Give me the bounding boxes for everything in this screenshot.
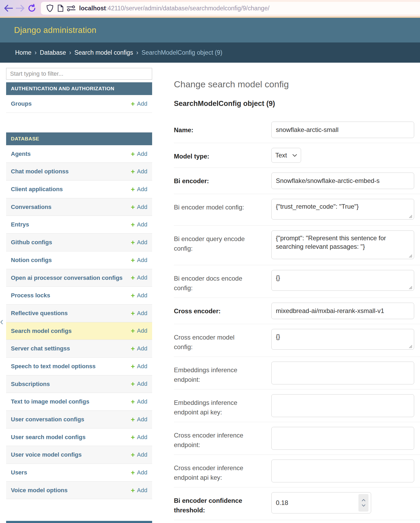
add-link[interactable]: +Add: [131, 151, 147, 157]
add-link[interactable]: +Add: [131, 186, 147, 193]
bi-encoder-docs-encode-config-textarea[interactable]: {}: [271, 270, 414, 291]
sidebar-item-subscriptions[interactable]: Subscriptions+Add: [6, 375, 152, 393]
add-link[interactable]: +Add: [131, 310, 147, 317]
sidebar-item-label[interactable]: Voice model options: [11, 486, 131, 494]
sliders-icon[interactable]: [66, 4, 76, 12]
sidebar-item-conversations[interactable]: Conversations+Add: [6, 198, 152, 216]
sidebar-item-user-conversation-configs[interactable]: User conversation configs+Add: [6, 411, 152, 428]
sidebar-item-user-search-model-configs[interactable]: User search model configs+Add: [6, 428, 152, 446]
add-link[interactable]: +Add: [131, 221, 147, 228]
add-link[interactable]: +Add: [131, 363, 147, 370]
add-label: Add: [137, 310, 147, 317]
add-link[interactable]: +Add: [131, 274, 147, 281]
add-link[interactable]: +Add: [131, 416, 147, 423]
add-link[interactable]: +Add: [131, 434, 147, 441]
sidebar-item-label[interactable]: Subscriptions: [11, 380, 131, 388]
sidebar-item-label[interactable]: Entrys: [11, 221, 131, 229]
sidebar-item-process-locks[interactable]: Process locks+Add: [6, 287, 152, 305]
sidebar-item-label[interactable]: User search model configs: [11, 433, 131, 441]
refresh-button[interactable]: [26, 2, 38, 14]
sidebar-item-label[interactable]: Process locks: [11, 291, 131, 299]
sidebar-item-agents[interactable]: Agents+Add: [6, 145, 152, 163]
spinner-down-icon[interactable]: [362, 504, 366, 507]
sidebar-item-speech-to-text-model-optionss[interactable]: Speech to text model optionss+Add: [6, 358, 152, 375]
cross-encoder-input[interactable]: [271, 303, 414, 319]
sidebar-item-label[interactable]: Notion configs: [11, 256, 131, 264]
sidebar-item-reflective-questions[interactable]: Reflective questions+Add: [6, 305, 152, 322]
add-link[interactable]: +Add: [131, 487, 147, 494]
form-row-embeddings-inference-endpoint-api-key: Embeddings inference endpoint api key:: [174, 389, 420, 422]
bi-encoder-query-encode-config-textarea[interactable]: {"prompt": "Represent this sentence for …: [271, 230, 414, 259]
add-link[interactable]: +Add: [131, 257, 147, 264]
sidebar-item-label[interactable]: Users: [11, 469, 131, 477]
breadcrumb-separator: ›: [136, 49, 138, 56]
sidebar-item-entrys[interactable]: Entrys+Add: [6, 216, 152, 234]
cross-encoder-model-config-textarea[interactable]: {}: [271, 329, 414, 350]
form-row-cross-encoder-inference-endpoint-api-key: Cross encoder inference endpoint api key…: [174, 455, 420, 487]
bi-encoder-model-config-textarea[interactable]: {"trust_remote_code": "True"}: [271, 199, 414, 220]
sidebar-item-label[interactable]: Chat model optionss: [11, 168, 131, 175]
breadcrumb-link[interactable]: Search model configs: [74, 49, 133, 56]
sidebar-item-label[interactable]: Open ai processor conversation configs: [11, 274, 131, 282]
sidebar-item-user-voice-model-configs[interactable]: User voice model configs+Add: [6, 446, 152, 464]
sidebar-item-label[interactable]: Groups: [11, 100, 131, 108]
sidebar-item-label[interactable]: Agents: [11, 150, 131, 158]
sidebar-item-label[interactable]: Conversations: [11, 203, 131, 211]
cross-encoder-inference-endpoint-api-key-input[interactable]: [271, 460, 414, 482]
sidebar-item-notion-configs[interactable]: Notion configs+Add: [6, 251, 152, 269]
sidebar-collapse-toggle[interactable]: ‹: [0, 316, 3, 327]
sidebar-item-label[interactable]: Speech to text model optionss: [11, 362, 131, 370]
sidebar-item-label[interactable]: Server chat settingss: [11, 345, 131, 353]
number-spinner[interactable]: [358, 494, 368, 512]
forward-button[interactable]: [14, 2, 26, 14]
model-type-select[interactable]: Text: [271, 148, 301, 163]
sidebar-item-label[interactable]: User conversation configs: [11, 415, 131, 423]
add-link[interactable]: +Add: [131, 204, 147, 211]
shield-icon[interactable]: [45, 4, 55, 12]
sidebar-item-client-applications[interactable]: Client applications+Add: [6, 181, 152, 198]
add-link[interactable]: +Add: [131, 239, 147, 246]
sidebar-item-text-to-image-model-configs[interactable]: Text to image model configs+Add: [6, 393, 152, 411]
add-link[interactable]: +Add: [131, 398, 147, 405]
name-input[interactable]: [271, 122, 414, 138]
add-link[interactable]: +Add: [131, 451, 147, 458]
page-icon[interactable]: [55, 4, 66, 12]
add-link[interactable]: +Add: [131, 100, 147, 107]
address-bar[interactable]: localhost:42110/server/admin/database/se…: [41, 2, 420, 15]
sidebar-item-label[interactable]: Text to image model configs: [11, 398, 131, 406]
site-title[interactable]: Django administration: [14, 25, 96, 35]
add-link[interactable]: +Add: [131, 327, 147, 334]
breadcrumb-link[interactable]: Home: [15, 49, 31, 56]
add-link[interactable]: +Add: [131, 168, 147, 175]
sidebar-item-label[interactable]: Client applications: [11, 185, 131, 193]
sidebar-item-server-chat-settingss[interactable]: Server chat settingss+Add: [6, 340, 152, 358]
add-link[interactable]: +Add: [131, 469, 147, 476]
sidebar-item-open-ai-processor-conversation-configs[interactable]: Open ai processor conversation configs+A…: [6, 269, 152, 287]
bi-encoder-input[interactable]: [271, 173, 414, 189]
spinner-up-icon[interactable]: [362, 499, 366, 501]
sidebar-item-label[interactable]: Reflective questions: [11, 309, 131, 317]
embeddings-inference-endpoint-api-key-input[interactable]: [271, 394, 414, 417]
add-link[interactable]: +Add: [131, 292, 147, 299]
cross-encoder-inference-endpoint-input[interactable]: [271, 427, 414, 450]
sidebar-item-chat-model-optionss[interactable]: Chat model optionss+Add: [6, 163, 152, 181]
sidebar-item-groups[interactable]: Groups+Add: [6, 95, 152, 113]
sidebar-item-label[interactable]: User voice model configs: [11, 451, 131, 459]
field-label-embeddings-inference-endpoint-api-key: Embeddings inference endpoint api key:: [174, 394, 271, 417]
add-link[interactable]: +Add: [131, 345, 147, 352]
plus-icon: +: [131, 100, 135, 107]
sidebar-item-github-configs[interactable]: Github configs+Add: [6, 234, 152, 251]
field-label-bi-encoder-model-config: Bi encoder model config:: [174, 199, 271, 212]
sidebar-item-users[interactable]: Users+Add: [6, 464, 152, 482]
sidebar-item-search-model-configs[interactable]: Search model configs+Add: [6, 322, 152, 340]
add-link[interactable]: +Add: [131, 380, 147, 387]
breadcrumb-link[interactable]: Database: [40, 49, 66, 56]
sidebar-filter-input[interactable]: [6, 68, 152, 80]
embeddings-inference-endpoint-input[interactable]: [271, 362, 414, 384]
bi-encoder-confidence-threshold-input[interactable]: [271, 492, 371, 513]
sidebar-item-label[interactable]: Search model configs: [11, 327, 131, 335]
back-button[interactable]: [3, 2, 14, 14]
sidebar-item-voice-model-options[interactable]: Voice model options+Add: [6, 482, 152, 499]
add-label: Add: [137, 186, 147, 193]
sidebar-item-label[interactable]: Github configs: [11, 238, 131, 246]
